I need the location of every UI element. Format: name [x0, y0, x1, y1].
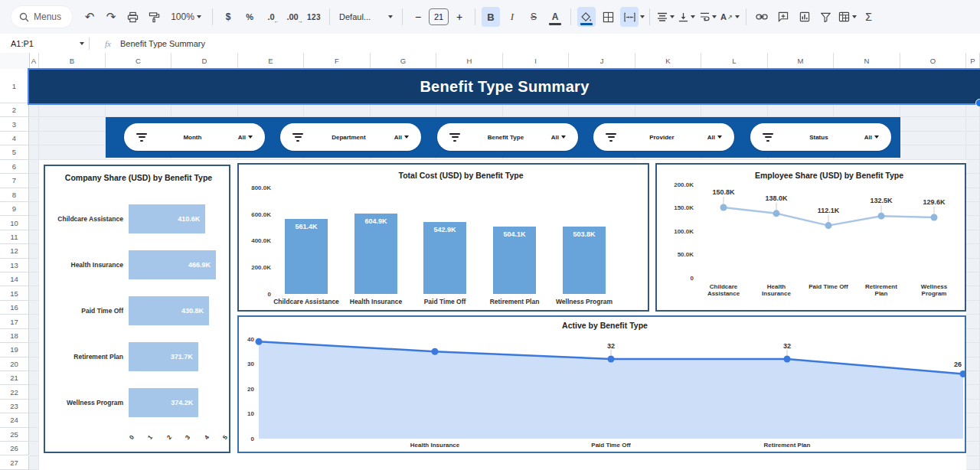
text-wrap-button[interactable] — [699, 7, 717, 27]
font-select[interactable]: Defaul... — [336, 7, 396, 27]
formula-input[interactable]: Benefit Type Summary — [120, 39, 205, 48]
column-header-F[interactable]: F — [304, 53, 371, 69]
row-header-25[interactable]: 25 — [0, 428, 29, 442]
column-header-K[interactable]: K — [635, 53, 701, 69]
text-color-button[interactable]: A — [546, 7, 564, 27]
column-header-E[interactable]: E — [238, 53, 304, 69]
chart-active[interactable]: Active by Benefit Type 403020100323226He… — [237, 315, 966, 453]
row-header-21[interactable]: 21 — [0, 371, 29, 385]
row-header-18[interactable]: 18 — [0, 329, 29, 343]
name-box[interactable]: A1:P1 — [0, 39, 84, 48]
insert-comment-button[interactable] — [774, 7, 792, 27]
column-header-L[interactable]: L — [701, 53, 768, 69]
fill-color-button[interactable] — [577, 7, 596, 27]
horizontal-align-button[interactable] — [656, 7, 675, 27]
format-percent-button[interactable]: % — [240, 7, 259, 27]
text-rotation-button[interactable]: A ↗ — [720, 7, 740, 27]
column-header-C[interactable]: C — [106, 53, 172, 69]
menus-search[interactable]: Menus — [11, 5, 73, 28]
row-header-4[interactable]: 4 — [0, 132, 29, 145]
row-header-5[interactable]: 5 — [0, 145, 29, 159]
table-tools-button[interactable] — [838, 7, 857, 27]
slicer-department[interactable]: Department All — [280, 123, 421, 151]
row-header-2[interactable]: 2 — [0, 103, 29, 117]
italic-button[interactable]: I — [503, 7, 521, 27]
decrease-decimal-button[interactable]: .0← — [262, 7, 280, 27]
row-header-23[interactable]: 23 — [0, 400, 29, 413]
select-all-corner[interactable] — [0, 53, 30, 69]
row-header-22[interactable]: 22 — [0, 385, 29, 399]
more-formats-button[interactable]: 123 — [305, 7, 323, 27]
merge-cells-button[interactable] — [620, 7, 639, 27]
insert-link-button[interactable] — [753, 7, 771, 27]
print-button[interactable] — [123, 7, 142, 27]
column-header-P[interactable]: P — [966, 53, 980, 69]
sheet-area[interactable]: 1234567891011121314151617181920212223242… — [0, 70, 980, 470]
increase-font-size-button[interactable]: + — [450, 7, 469, 27]
chevron-down-icon — [874, 135, 879, 139]
chart-employee-share[interactable]: Employee Share (USD) by Benefit Type 200… — [655, 163, 966, 312]
column-header-D[interactable]: D — [172, 53, 238, 69]
column-header-B[interactable]: B — [39, 53, 106, 69]
slicer-value[interactable]: All — [238, 134, 253, 141]
slicer-status[interactable]: Status All — [750, 123, 891, 151]
column-header-H[interactable]: H — [436, 53, 503, 69]
undo-button[interactable]: ↶ — [80, 7, 99, 27]
column-header-J[interactable]: J — [569, 53, 635, 69]
column-header-N[interactable]: N — [834, 53, 900, 69]
bold-button[interactable]: B — [482, 7, 500, 27]
decrease-font-size-button[interactable]: − — [409, 7, 427, 27]
chevron-down-icon — [852, 15, 857, 18]
row-header-16[interactable]: 16 — [0, 301, 29, 315]
paint-format-button[interactable] — [145, 7, 163, 27]
chart-total-cost[interactable]: Total Cost (USD) by Benefit Type 800.0K6… — [237, 163, 649, 312]
row-header-13[interactable]: 13 — [0, 259, 29, 273]
row-header-26[interactable]: 26 — [0, 442, 29, 455]
row-header-11[interactable]: 11 — [0, 230, 29, 244]
borders-button[interactable] — [599, 7, 617, 27]
column-header-I[interactable]: I — [503, 53, 569, 69]
increase-decimal-button[interactable]: .00→ — [283, 7, 302, 27]
data-point-label: 32 — [607, 342, 615, 350]
vertical-align-button[interactable] — [678, 7, 696, 27]
row-header-20[interactable]: 20 — [0, 357, 29, 371]
column-header-M[interactable]: M — [768, 53, 834, 69]
column-header-G[interactable]: G — [371, 53, 436, 69]
slicer-month[interactable]: Month All — [124, 123, 265, 151]
column-header-O[interactable]: O — [900, 53, 966, 69]
row-header-10[interactable]: 10 — [0, 216, 29, 230]
create-filter-button[interactable] — [817, 7, 835, 27]
row-header-14[interactable]: 14 — [0, 273, 29, 286]
insert-chart-button[interactable] — [795, 7, 814, 27]
slicer-value[interactable]: All — [864, 134, 879, 141]
text-color-swatch — [549, 23, 561, 25]
row-header-17[interactable]: 17 — [0, 315, 29, 328]
slicer-value[interactable]: All — [551, 134, 566, 141]
slicer-value[interactable]: All — [707, 134, 722, 141]
row-header-8[interactable]: 8 — [0, 188, 29, 202]
slicer-provider[interactable]: Provider All — [593, 123, 734, 151]
selection-handle[interactable] — [975, 99, 980, 107]
slicer-value[interactable]: All — [394, 134, 409, 141]
chart-company-share[interactable]: Company Share (USD) by Benefit Type Chil… — [44, 165, 230, 453]
row-header-24[interactable]: 24 — [0, 413, 29, 427]
row-header-3[interactable]: 3 — [0, 117, 29, 131]
row-header-9[interactable]: 9 — [0, 202, 29, 216]
row-header-1[interactable]: 1 — [0, 70, 29, 103]
functions-button[interactable]: Σ — [860, 7, 878, 27]
row-header-27[interactable]: 27 — [0, 456, 29, 470]
column-header-A[interactable]: A — [29, 53, 39, 69]
format-currency-button[interactable]: $ — [219, 7, 237, 27]
zoom-select[interactable]: 100% — [166, 7, 206, 27]
row-header-12[interactable]: 12 — [0, 244, 29, 258]
row-header-19[interactable]: 19 — [0, 343, 29, 357]
strikethrough-button[interactable]: S — [524, 7, 543, 27]
row-header-15[interactable]: 15 — [0, 286, 29, 300]
slicer-benefit-type[interactable]: Benefit Type All — [437, 123, 578, 151]
row-header-6[interactable]: 6 — [0, 160, 29, 174]
font-size-input[interactable]: 21 — [429, 8, 449, 25]
row-header-7[interactable]: 7 — [0, 174, 29, 188]
redo-button[interactable]: ↷ — [102, 7, 120, 27]
dashboard-title-cell[interactable]: Benefit Type Summary — [29, 70, 980, 103]
chevron-down-icon[interactable] — [640, 15, 645, 18]
